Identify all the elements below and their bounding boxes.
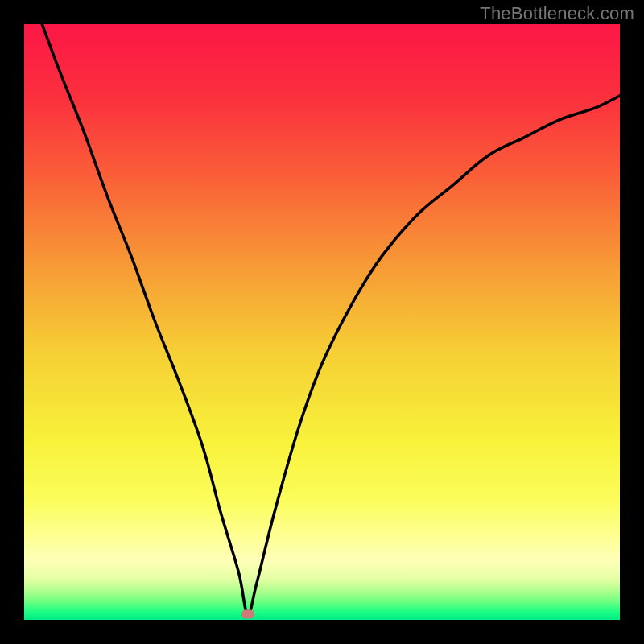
plot-area <box>24 24 620 620</box>
curve-svg <box>24 24 620 620</box>
watermark-text: TheBottleneck.com <box>480 3 634 24</box>
chart-frame: TheBottleneck.com <box>0 0 644 644</box>
bottleneck-curve <box>42 24 620 614</box>
optimal-point-marker <box>242 609 254 618</box>
